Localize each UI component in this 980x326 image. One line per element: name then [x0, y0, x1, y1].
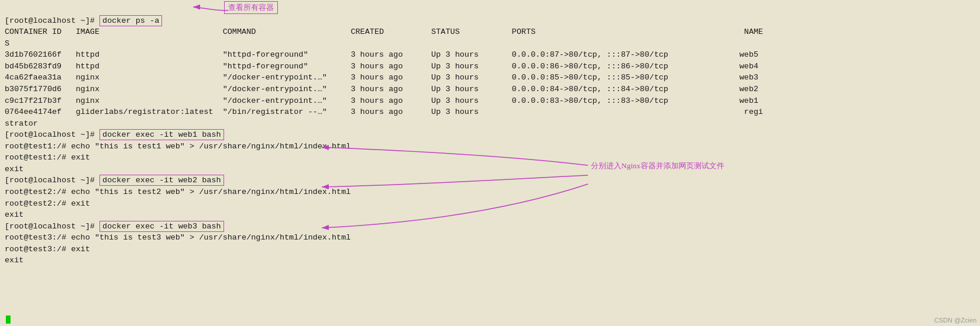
cmd-highlight-2: docker exec -it web1 bash — [99, 129, 224, 140]
row-registrator-cont: strator — [5, 119, 38, 128]
prompt-line3: [root@localhost ~]# docker exec -it web2… — [5, 175, 224, 186]
exit1: exit — [5, 165, 23, 174]
row-web3: 4ca62faea31a nginx "/docker-entrypoint.…… — [5, 73, 758, 82]
row-web2: b3075f1770d6 nginx "/docker-entrypoint.…… — [5, 85, 758, 93]
exit2: exit — [5, 210, 23, 219]
prompt-line1: [root@localhost ~]# docker ps -a — [5, 15, 162, 26]
test2-echo: root@test2:/# echo "this is test2 web" >… — [5, 188, 350, 196]
cmd-highlight-1: docker ps -a — [99, 15, 162, 26]
row-web1: c9c17f217b3f nginx "/docker-entrypoint.…… — [5, 96, 758, 105]
row-registrator: 0764ee4174ef gliderlabs/registrator:late… — [5, 107, 763, 116]
watermark: CSDN @Zcien — [934, 317, 976, 324]
annotation-nginx-text: 分别进入Nginx容器并添加网页测试文件 — [591, 161, 724, 171]
svg-rect-1 — [6, 315, 11, 324]
cmd-highlight-3: docker exec -it web2 bash — [99, 175, 224, 186]
row-web5: 3d1b7602166f httpd "httpd-foreground" 3 … — [5, 50, 758, 59]
cmd-highlight-4: docker exec -it web3 bash — [99, 221, 224, 232]
trailing-s: S — [5, 39, 9, 48]
test1-exit: root@test1:/# exit — [5, 153, 90, 162]
test3-echo: root@test3:/# echo "this is test3 web" >… — [5, 233, 350, 242]
test2-exit: root@test2:/# exit — [5, 199, 90, 208]
prompt-line2: [root@localhost ~]# docker exec -it web1… — [5, 129, 224, 140]
column-headers: CONTAINER ID IMAGE COMMAND CREATED STATU… — [5, 27, 763, 36]
test1-echo: root@test1:/# echo "this is test1 web" >… — [5, 142, 350, 151]
prompt-line4: [root@localhost ~]# docker exec -it web3… — [5, 221, 224, 232]
test3-exit: root@test3:/# exit — [5, 245, 90, 254]
row-web4: bd45b6283fd9 httpd "httpd-foreground" 3 … — [5, 62, 758, 71]
terminal-output: [root@localhost ~]# docker ps -a CONTAIN… — [0, 0, 980, 270]
annotation-docker-ps-box: 查看所有容器 — [224, 1, 278, 14]
exit3: exit — [5, 256, 23, 265]
